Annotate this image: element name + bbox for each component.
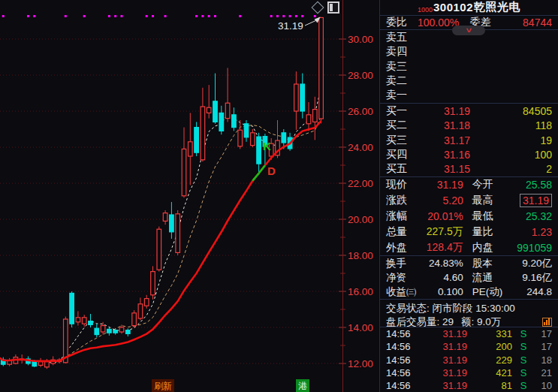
candle [306,115,311,124]
chart-corner-tools [313,2,339,14]
change-percent: 20.01% [425,210,463,222]
y-axis-label: 22.00 [348,178,373,189]
y-axis-label: 24.00 [348,142,373,153]
event-dot [208,15,210,17]
candle [257,137,261,164]
event-dot [301,15,303,17]
candle [38,362,43,366]
bottom-tab-refresh[interactable]: 刷新 [152,379,174,392]
candle [119,327,124,332]
event-dot [33,15,35,17]
candle [294,84,299,111]
candle [151,272,155,295]
trade-row: 14:56 31.19 421 S 21 [380,366,558,379]
event-dot [201,15,204,17]
event-dot [282,15,285,17]
stock-title[interactable]: 1000 300102 乾照光电 [380,0,558,16]
eps: 0.100 [425,286,463,297]
candle [157,229,161,270]
diamond-marker-icon[interactable] [312,2,324,14]
bid-row-4[interactable]: 买四 31.16 100 [380,147,558,161]
total-volume: 227.5万 [425,225,463,239]
event-dot [239,15,241,17]
candle [251,133,255,146]
volume-ratio: 1.23 [516,226,552,238]
candle [300,84,305,111]
change-value: 5.20 [425,194,463,207]
candle [101,326,105,332]
price-annotation: 31.19 [278,20,303,32]
snapshot-row: 外盘 128.4万 内盘 991059 [380,240,558,255]
candle [201,107,205,160]
y-axis-label: 18.00 [348,250,373,261]
y-axis-label: 28.00 [348,70,373,81]
event-dot [146,15,148,17]
total-shares: 9.20亿 [516,257,552,270]
y-axis-label: 30.00 [348,34,373,45]
event-dot [164,15,167,17]
trading-status-section: 交易状态: 闭市阶段 15:30:00 盘后交易量: 29 额: 9.0万 [380,300,558,327]
ask-row-1[interactable]: 卖一 [380,89,558,103]
trade-row: 14:56 31.19 200 S 17 [380,340,558,353]
snapshot-row: 涨跌 5.20 最高 31.19 [380,193,558,209]
snapshot-row: 现价 31.19 今开 25.58 [380,177,558,193]
candle [138,304,143,318]
event-dot [270,15,273,17]
event-dot [2,15,5,17]
inner-volume: 991059 [516,242,552,254]
bid-row-3[interactable]: 买三 31.17 19 [380,133,558,147]
candle [319,17,324,119]
fundamentals-section: 换手 24.83% 股本 9.20亿 净资 4.60 流通 9.16亿 收益㈢ … [380,256,558,300]
bottom-tab-hk[interactable]: 港 [296,379,309,392]
event-dot [289,15,291,17]
stock-app-window: 30.0028.0026.0024.0022.0020.0018.0016.00… [0,0,558,392]
bid-row-1[interactable]: 买一 31.19 84505 [380,104,558,118]
volume-chart-icon[interactable] [542,318,552,327]
candle [176,214,180,253]
candle [45,362,50,367]
event-dot [152,15,154,17]
pe-ratio: 244.8 [516,286,552,297]
panel-layout-icon[interactable] [327,2,339,14]
ask-row-2[interactable]: 卖二 [380,74,558,88]
candle [32,362,37,366]
ask-row-3[interactable]: 卖三 [380,59,558,74]
kline-chart[interactable]: 30.0028.0026.0024.0022.0020.0018.0016.00… [0,0,379,392]
candle [113,330,118,333]
candle [313,110,318,122]
market-tag: 1000 [418,6,433,14]
collapse-orderbook-button[interactable]: ∨ [452,26,485,35]
bid-row-2[interactable]: 买二 31.18 118 [380,119,558,133]
candle [170,215,174,232]
event-dot [214,15,216,17]
weibi-label: 委比 [386,16,407,29]
high-price: 31.19 [516,194,552,207]
weibi-row: 委比 100.00% 委差 84744 ∨ [380,16,558,31]
open-price: 25.58 [516,179,552,191]
net-assets: 4.60 [425,272,463,283]
snapshot-section: 现价 31.19 今开 25.58 涨跌 5.20 最高 31.19 涨幅 20… [380,177,558,256]
kline-canvas[interactable]: 30.0028.0026.0024.0022.0020.0018.0016.00… [0,0,379,392]
candle [76,318,80,322]
y-axis-label: 26.00 [348,106,373,117]
bid-row-5[interactable]: 买五 31.15 2 [380,162,558,176]
low-price: 25.32 [516,210,552,222]
event-dot [276,15,279,17]
y-axis-label: 16.00 [348,286,373,297]
ask-levels: 卖五 卖四 卖三 卖二 卖一 [380,30,558,104]
trade-row: 14:56 31.19 331 S 17 [380,327,558,340]
candle [225,103,230,118]
candle [219,113,224,131]
candle [238,130,243,146]
candle [213,101,218,122]
candle [144,299,149,306]
ask-row-4[interactable]: 卖四 [380,45,558,59]
indicator-label-D: D [267,164,276,177]
fundamentals-row: 换手 24.83% 股本 9.20亿 [380,256,558,270]
event-dot [83,15,86,17]
snapshot-row: 涨幅 20.01% 最低 25.32 [380,209,558,225]
candle [232,115,237,128]
indicator-label-K: K [263,140,271,152]
trading-status: 交易状态: 闭市阶段 15:30:00 [386,301,552,315]
chevron-down-icon: ∨ [465,27,473,34]
